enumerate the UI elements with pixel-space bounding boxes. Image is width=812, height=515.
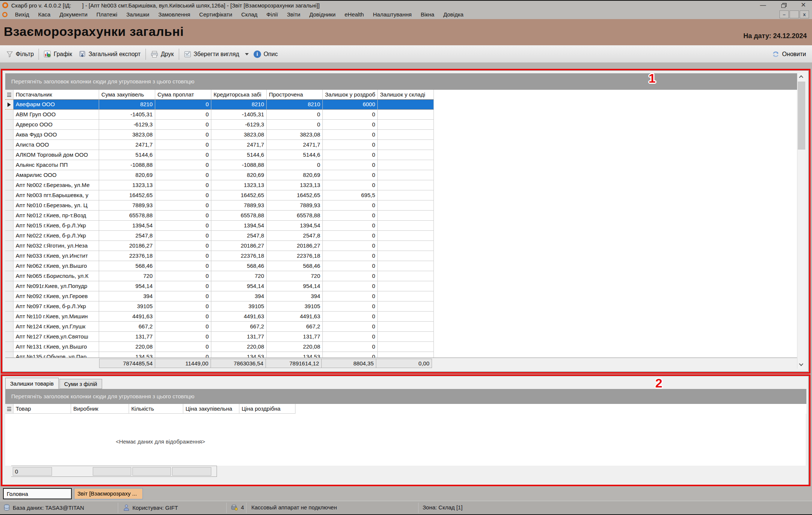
supplier-cell[interactable]: Апт №065 г.Борисполь, ул.К bbox=[13, 271, 99, 281]
value-cell[interactable] bbox=[378, 291, 434, 301]
value-cell[interactable]: 0 bbox=[155, 332, 211, 342]
value-cell[interactable]: 0 bbox=[155, 291, 211, 301]
supplier-cell[interactable]: Апт №124 г.Киев, ул.Глушк bbox=[13, 322, 99, 332]
value-cell[interactable]: 568,46 bbox=[267, 261, 323, 271]
value-cell[interactable]: 1323,13 bbox=[99, 180, 155, 190]
table-row[interactable]: Альянс Красоты ПП-1088,880-1088,8800 bbox=[5, 160, 798, 170]
table-row[interactable]: Апт №065 г.Борисполь, ул.К72007207200 bbox=[5, 271, 798, 281]
value-cell[interactable]: 0 bbox=[323, 180, 378, 190]
value-cell[interactable]: 22376,18 bbox=[211, 251, 267, 261]
value-cell[interactable]: 0 bbox=[323, 332, 378, 342]
table-row[interactable]: Апт №131 г.Киев, ул.Вышго220,080220,0822… bbox=[5, 342, 798, 352]
value-cell[interactable]: 667,2 bbox=[99, 322, 155, 332]
value-cell[interactable]: 667,2 bbox=[267, 322, 323, 332]
value-cell[interactable]: 0 bbox=[323, 241, 378, 251]
value-cell[interactable]: 394 bbox=[211, 291, 267, 301]
value-cell[interactable]: 667,2 bbox=[211, 322, 267, 332]
value-cell[interactable]: 0 bbox=[323, 342, 378, 352]
value-cell[interactable]: 394 bbox=[267, 291, 323, 301]
value-cell[interactable]: 5144,6 bbox=[211, 150, 267, 160]
value-cell[interactable]: 720 bbox=[211, 271, 267, 281]
value-cell[interactable]: 0 bbox=[155, 251, 211, 261]
close-button[interactable]: × bbox=[799, 1, 808, 9]
value-cell[interactable]: 0 bbox=[267, 120, 323, 130]
value-cell[interactable]: 22376,18 bbox=[99, 251, 155, 261]
value-cell[interactable]: 568,46 bbox=[211, 261, 267, 271]
value-cell[interactable]: -1088,88 bbox=[99, 160, 155, 170]
value-cell[interactable]: 0 bbox=[155, 312, 211, 322]
value-cell[interactable] bbox=[378, 342, 434, 352]
value-cell[interactable]: 0 bbox=[155, 271, 211, 281]
value-cell[interactable]: 0 bbox=[323, 211, 378, 221]
value-cell[interactable]: -1088,88 bbox=[211, 160, 267, 170]
chart-button[interactable]: Графік bbox=[40, 48, 75, 61]
value-cell[interactable]: 2547,8 bbox=[99, 231, 155, 241]
value-cell[interactable]: 0 bbox=[155, 160, 211, 170]
value-cell[interactable] bbox=[378, 241, 434, 251]
value-cell[interactable]: 0 bbox=[155, 120, 211, 130]
value-cell[interactable] bbox=[378, 352, 434, 358]
filter-button[interactable]: Фільтр bbox=[3, 48, 37, 61]
supplier-cell[interactable]: Апт №012 г.Киев, пр-т.Возд bbox=[13, 211, 99, 221]
value-cell[interactable]: 20186,27 bbox=[99, 241, 155, 251]
value-cell[interactable]: 4491,63 bbox=[99, 312, 155, 322]
supplier-cell[interactable]: Апт №110 г.Киев, ул.Мишин bbox=[13, 312, 99, 322]
column-header[interactable]: Товар bbox=[13, 404, 71, 414]
supplier-cell[interactable]: Апт №092 г.Киев, ул.Героев bbox=[13, 291, 99, 301]
menu-item[interactable]: Замовлення bbox=[154, 10, 194, 18]
value-cell[interactable]: 0 bbox=[155, 110, 211, 120]
refresh-button[interactable]: Оновити bbox=[772, 50, 806, 58]
value-cell[interactable]: 0 bbox=[155, 190, 211, 200]
table-row[interactable]: Апт №022 г.Киев, б-р.Л.Укр2547,802547,82… bbox=[5, 231, 798, 241]
value-cell[interactable]: 5144,6 bbox=[267, 150, 323, 160]
value-cell[interactable] bbox=[378, 190, 434, 200]
grid-properties-icon[interactable] bbox=[5, 404, 13, 414]
supplier-cell[interactable]: АВМ Груп ООО bbox=[13, 110, 99, 120]
value-cell[interactable]: 0 bbox=[155, 140, 211, 150]
value-cell[interactable] bbox=[378, 99, 434, 110]
value-cell[interactable]: 0 bbox=[323, 140, 378, 150]
column-header[interactable]: Ціна роздрібна bbox=[239, 404, 295, 414]
minimize-button[interactable]: — bbox=[758, 1, 768, 9]
value-cell[interactable]: 20186,27 bbox=[267, 241, 323, 251]
value-cell[interactable] bbox=[378, 231, 434, 241]
scrollbar-thumb[interactable] bbox=[798, 82, 805, 150]
menu-item[interactable]: Звіти bbox=[282, 10, 305, 18]
value-cell[interactable]: 39105 bbox=[267, 301, 323, 312]
value-cell[interactable] bbox=[378, 271, 434, 281]
value-cell[interactable]: 0 bbox=[155, 261, 211, 271]
table-row[interactable]: Апт №097 г.Киев, б-р.Л.Укр39105039105391… bbox=[5, 301, 798, 312]
value-cell[interactable]: 0 bbox=[267, 160, 323, 170]
value-cell[interactable]: 0 bbox=[323, 130, 378, 140]
value-cell[interactable]: 0 bbox=[323, 301, 378, 312]
save-view-button[interactable]: Зберегти вигляд bbox=[181, 48, 243, 61]
value-cell[interactable]: 0 bbox=[323, 120, 378, 130]
supplier-cell[interactable]: Адверсо ООО bbox=[13, 120, 99, 130]
value-cell[interactable] bbox=[378, 140, 434, 150]
table-row[interactable]: Апт №010 г.Березань, ул. Ц7889,9307889,9… bbox=[5, 200, 798, 211]
supplier-cell[interactable]: Апт №022 г.Киев, б-р.Л.Укр bbox=[13, 231, 99, 241]
menu-item[interactable]: Довідники bbox=[305, 10, 340, 18]
value-cell[interactable]: 0 bbox=[323, 281, 378, 291]
table-row[interactable]: Апт №003 пгт.Барышевка, у16452,65016452,… bbox=[5, 190, 798, 200]
value-cell[interactable]: 1394,54 bbox=[211, 221, 267, 231]
supplier-cell[interactable]: Апт №091г.Киев, ул.Попудр bbox=[13, 281, 99, 291]
export-button[interactable]: Загальний експорт bbox=[76, 48, 144, 61]
value-cell[interactable] bbox=[378, 251, 434, 261]
restore-button[interactable] bbox=[778, 1, 788, 9]
value-cell[interactable] bbox=[378, 221, 434, 231]
value-cell[interactable]: 65578,88 bbox=[99, 211, 155, 221]
value-cell[interactable]: 0 bbox=[155, 211, 211, 221]
value-cell[interactable] bbox=[378, 120, 434, 130]
table-row[interactable]: Алиста ООО2471,702471,72471,70 bbox=[5, 140, 798, 150]
table-row[interactable]: Апт №091г.Киев, ул.Попудр954,140954,1495… bbox=[5, 281, 798, 291]
value-cell[interactable]: 0 bbox=[323, 231, 378, 241]
column-header[interactable]: Залишок у роздроб bbox=[323, 90, 378, 99]
menu-item[interactable]: Платежі bbox=[92, 10, 122, 18]
print-button[interactable]: Друк bbox=[147, 48, 177, 61]
value-cell[interactable]: 954,14 bbox=[267, 281, 323, 291]
value-cell[interactable]: 2547,8 bbox=[211, 231, 267, 241]
value-cell[interactable]: -6129,3 bbox=[99, 120, 155, 130]
mdi-minimize-button[interactable]: – bbox=[779, 10, 789, 18]
value-cell[interactable]: 16452,65 bbox=[99, 190, 155, 200]
